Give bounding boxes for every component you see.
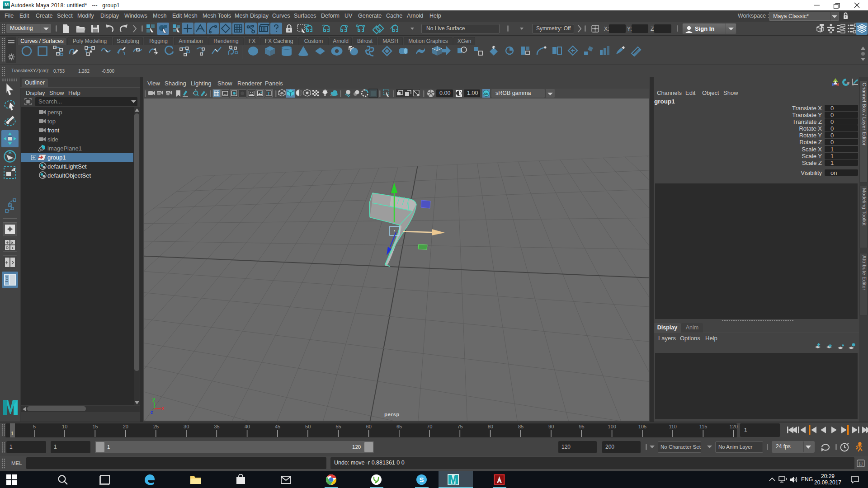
- svg-text:MAYA: MAYA: [451, 483, 456, 485]
- svg-text:y: y: [152, 396, 156, 402]
- svg-text:{;}: {;}: [859, 461, 863, 466]
- svg-text:x: x: [161, 405, 165, 411]
- svg-text:S: S: [419, 476, 424, 483]
- svg-text:persp: persp: [384, 412, 400, 417]
- svg-text:z: z: [151, 409, 153, 415]
- svg-text:ON: ON: [484, 92, 489, 95]
- svg-text:T: T: [267, 91, 270, 96]
- svg-text:M: M: [5, 2, 9, 7]
